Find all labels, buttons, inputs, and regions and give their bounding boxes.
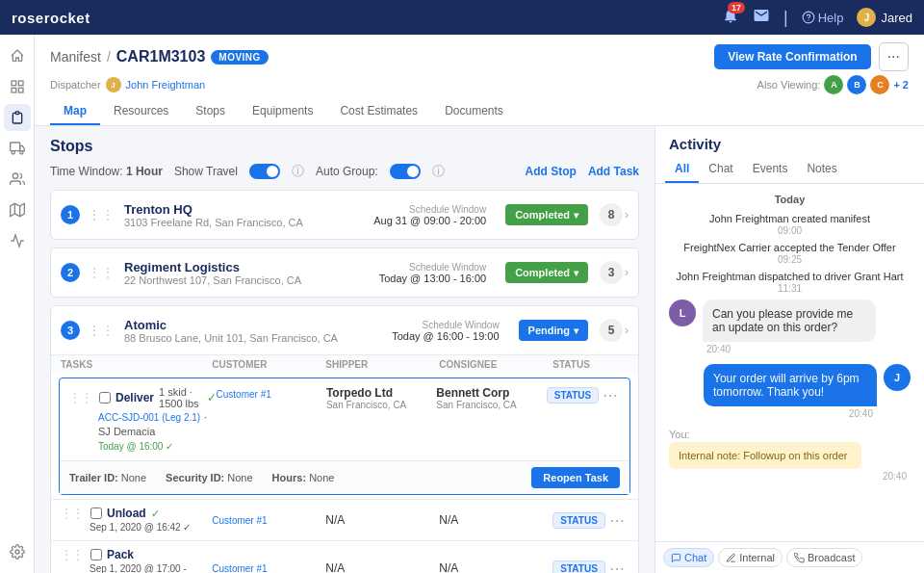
reopen-task-button[interactable]: Reopen Task [531,467,620,488]
internal-note: Internal note: Followup on this order [669,442,861,469]
stop-expand-icon-2[interactable]: › [625,266,629,279]
tab-equipments[interactable]: Equipments [239,98,326,125]
pack-more-icon[interactable]: ⋯ [609,560,625,574]
you-label: You: [669,429,911,440]
add-task-button[interactable]: Add Task [588,165,639,178]
user-menu[interactable]: J Jared [857,8,912,27]
task-status-tag[interactable]: STATUS [547,387,600,404]
broadcast-tab-button[interactable]: Broadcast [786,548,863,567]
show-travel-toggle[interactable] [249,164,280,179]
activity-title: Activity [655,126,924,152]
unload-drag[interactable]: ⋮⋮ [61,507,84,520]
stop-info-2: Regiment Logistics 22 Northwest 107, San… [124,260,372,286]
viewer-avatar-2: B [847,75,866,94]
stop-status-btn-1[interactable]: Completed ▾ [505,204,588,225]
chat-avatar-received: L [669,300,696,326]
task-cell-customer: Customer #1 [217,386,326,401]
task-table-header: Tasks Customer Shipper Consignee Status [51,354,638,374]
show-travel-info-icon[interactable]: ⓘ [292,163,304,180]
stop-drag-3[interactable]: ⋮⋮ [88,323,115,338]
stop-drag-1[interactable]: ⋮⋮ [88,207,115,222]
view-rate-confirmation-button[interactable]: View Rate Confirmation [714,44,870,69]
col-tasks: Tasks [61,359,212,370]
sidebar-icon-home[interactable] [4,42,31,69]
chevron-down-icon-2: ▾ [574,268,578,278]
dispatcher-name[interactable]: John Freightman [126,79,206,91]
sidebar-icon-list[interactable] [4,104,31,131]
chevron-down-icon: ▾ [574,210,578,221]
add-stop-button[interactable]: Add Stop [526,165,577,178]
stop-expand-icon-1[interactable]: › [625,208,629,221]
stop-count-group-2: 3 › [596,261,629,284]
internal-tab-button[interactable]: Internal [718,548,783,567]
task-cell-info: ⋮⋮ Deliver 1 skid · 1500 lbs ✓ ACC-SJD-0… [69,386,217,453]
chat-bubble-received: Can you please provide me an update on t… [703,300,876,342]
unload-status: STATUS ⋯ [552,511,629,530]
sidebar [0,35,35,573]
tabs-row: Map Resources Stops Equipments Cost Esti… [50,98,909,125]
sidebar-icon-map[interactable] [4,196,31,223]
mini-task-info-unload: ⋮⋮ Unload ✓ Sep 1, 2020 @ 16:42 ✓ [61,507,212,534]
sidebar-icon-person[interactable] [4,166,31,193]
chat-tab-button[interactable]: Chat [663,548,714,567]
logo: roserocket [12,10,90,26]
stop-status-btn-3[interactable]: Pending ▾ [519,320,588,341]
unload-status-tag[interactable]: STATUS [552,512,605,529]
pack-drag[interactable]: ⋮⋮ [61,548,84,561]
svg-rect-3 [18,81,23,86]
activity-tab-events[interactable]: Events [743,158,798,183]
auto-group-toggle[interactable] [390,164,421,179]
pack-consignee: N/A [439,561,552,573]
activity-tab-chat[interactable]: Chat [699,158,742,183]
stop-num-3: 3 [61,321,80,340]
stop-status-btn-2[interactable]: Completed ▾ [505,262,588,283]
activity-feed: Today John Freightman created manifest 0… [655,184,924,541]
activity-tab-notes[interactable]: Notes [797,158,846,183]
tab-documents[interactable]: Documents [431,98,517,125]
more-options-button[interactable]: ··· [879,42,909,71]
stop-drag-2[interactable]: ⋮⋮ [88,265,115,280]
activity-tab-all[interactable]: All [665,158,699,183]
tab-map[interactable]: Map [50,98,100,125]
help-button[interactable]: Help [802,11,844,25]
content-split: Stops Time Window: 1 Hour Show Travel ⓘ … [35,126,924,573]
stop-schedule-1: Schedule Window Aug 31 @ 09:00 - 20:00 [373,204,486,226]
chevron-down-icon-3: ▾ [574,326,578,336]
sidebar-icon-settings[interactable] [4,538,31,565]
stop-expand-icon-3[interactable]: › [625,324,629,337]
unload-checkbox[interactable] [90,508,102,519]
notifications-icon[interactable]: 17 [722,7,739,28]
stops-panel: Stops Time Window: 1 Hour Show Travel ⓘ … [35,126,654,573]
internal-note-section: You: Internal note: Followup on this ord… [669,429,911,482]
toolbar-right: Add Stop Add Task [526,165,639,178]
tab-resources[interactable]: Resources [100,98,182,125]
sidebar-icon-analytics[interactable] [4,227,31,254]
notif-badge: 17 [728,2,745,13]
auto-group-info-icon[interactable]: ⓘ [432,163,445,180]
task-more-icon[interactable]: ⋯ [603,386,618,404]
unload-more-icon[interactable]: ⋯ [609,511,625,530]
col-shipper: Shipper [325,359,439,370]
tab-cost-estimates[interactable]: Cost Estimates [326,98,431,125]
pack-status-tag[interactable]: STATUS [552,560,605,574]
user-avatar: J [857,8,876,27]
sidebar-icon-grid[interactable] [4,73,31,100]
mini-task-unload: ⋮⋮ Unload ✓ Sep 1, 2020 @ 16:42 ✓ Custom… [51,499,638,540]
tab-stops[interactable]: Stops [182,98,239,125]
pack-checkbox[interactable] [90,549,102,560]
task-drag-icon[interactable]: ⋮⋮ [69,391,92,404]
svg-marker-10 [10,203,24,216]
activity-tabs: All Chat Events Notes [655,152,924,184]
task-checkbox[interactable] [99,392,111,404]
svg-point-13 [15,550,19,554]
task-cell-status: STATUS ⋯ [547,386,620,404]
stop-header-3: 3 ⋮⋮ Atomic 88 Brusco Lane, Unit 101, Sa… [51,306,638,354]
breadcrumb: Manifest / CAR1M3103 MOVING [50,48,269,65]
bell-icon[interactable] [753,7,770,28]
show-travel-label: Show Travel [174,165,238,178]
svg-point-8 [19,151,22,154]
stop-address-2: 22 Northwest 107, San Francisco, CA [124,274,372,286]
breadcrumb-parent[interactable]: Manifest [50,49,101,65]
viewer-avatar-3: C [870,75,889,94]
sidebar-icon-truck[interactable] [4,135,31,162]
